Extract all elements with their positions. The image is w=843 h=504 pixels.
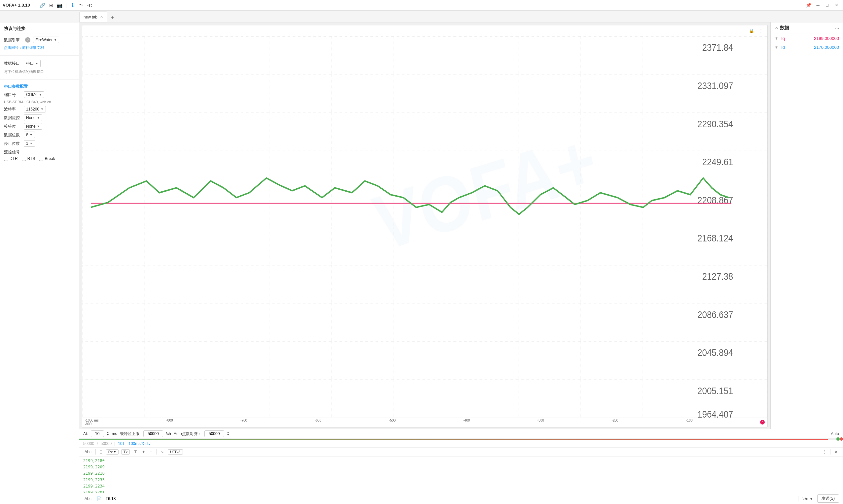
- rx-chevron-icon: ▼: [113, 450, 116, 453]
- x-label-9: 0: [760, 418, 765, 426]
- window-controls: 📌 ─ □ ✕: [805, 1, 840, 9]
- chart-toolbar: 🔒 ⋮: [82, 25, 768, 36]
- console-line-5: 2199,2201: [83, 489, 839, 493]
- data-interface-select[interactable]: 串口 ▼: [24, 60, 40, 67]
- baud-select[interactable]: 115200 ▼: [24, 106, 46, 112]
- buffer-input[interactable]: [143, 430, 163, 437]
- right-panel-header: 👁 数据 ···: [771, 22, 843, 34]
- rts-input[interactable]: [22, 157, 26, 161]
- data-bits-select[interactable]: 8 ▼: [24, 132, 35, 138]
- encoding-button[interactable]: UTF-8: [168, 449, 183, 454]
- break-input[interactable]: [39, 157, 43, 161]
- app-title: VOFA+ 1.3.10: [3, 3, 30, 7]
- back-icon[interactable]: ≪: [87, 2, 93, 8]
- count1: 50000: [83, 441, 94, 446]
- progress-dot-red: [840, 437, 843, 441]
- input-abc-label[interactable]: Abc: [83, 496, 93, 502]
- pipe: |: [114, 441, 115, 446]
- chart-area[interactable]: VOFA+ 2371.84 2331.097 2290.354 2249.61 …: [82, 36, 768, 418]
- dtr-input[interactable]: [4, 157, 8, 161]
- svg-text:2086.637: 2086.637: [698, 309, 733, 320]
- plus-button[interactable]: +: [141, 449, 146, 455]
- console-line-1: 2199,2209: [83, 464, 839, 470]
- flow-ctrl-checkboxes: DTR RTS Break: [4, 156, 75, 161]
- chart-menu-icon[interactable]: ⋮: [757, 27, 765, 35]
- sidebar-header: 协议与连接: [0, 22, 79, 34]
- data-interface-label: 数据接口: [4, 61, 24, 66]
- delta-t-stepper[interactable]: ▲ ▼: [107, 431, 109, 436]
- file-icon[interactable]: 📄: [96, 496, 103, 502]
- stop-bits-select[interactable]: 1 ▼: [24, 140, 35, 147]
- flow-value: None: [26, 115, 36, 120]
- abc-button[interactable]: Abc: [83, 449, 93, 455]
- flow-ctrl-label: 流控信号: [4, 149, 75, 155]
- lock-icon[interactable]: 🔒: [747, 27, 756, 35]
- data-engine-hint[interactable]: 点击问号：前往详细文档: [4, 45, 75, 50]
- stepper-down-icon[interactable]: ▼: [107, 434, 109, 436]
- tx-button[interactable]: Tx: [121, 449, 130, 454]
- maximize-button[interactable]: □: [823, 1, 831, 9]
- link-icon[interactable]: 🔗: [39, 2, 46, 8]
- cursor-icon[interactable]: ⌶: [98, 449, 103, 455]
- channel-id-value: 2170.000000: [814, 45, 839, 50]
- port-row: 端口号 COM6 ▼: [4, 91, 75, 98]
- main-tab[interactable]: new tab ✕: [79, 12, 107, 22]
- pin-button[interactable]: 📌: [805, 1, 813, 9]
- x-label-5: -400: [463, 418, 470, 426]
- right-panel-more-button[interactable]: ···: [835, 25, 839, 31]
- auto-button[interactable]: Auto: [831, 431, 839, 436]
- console-line-3: 2199,2233: [83, 477, 839, 483]
- port-select[interactable]: COM6 ▼: [24, 91, 44, 98]
- clear-button[interactable]: ✕: [833, 449, 839, 455]
- minimize-button[interactable]: ─: [814, 1, 822, 9]
- stop-bits-label: 停止位数: [4, 141, 24, 146]
- wave-icon[interactable]: ∿: [159, 449, 165, 455]
- data-engine-select[interactable]: FireWater ▼: [33, 37, 59, 43]
- delta-t-input[interactable]: [91, 430, 104, 437]
- minus-button[interactable]: −: [149, 449, 154, 455]
- sidebar: 协议与连接 数据引擎 ? FireWater ▼ 点击问号：前往详细文档 数据接…: [0, 22, 79, 504]
- align-icon[interactable]: ⊤: [133, 449, 138, 455]
- data-bits-label: 数据位数: [4, 132, 24, 138]
- ms-label: ms: [112, 431, 117, 436]
- port-value: COM6: [26, 92, 38, 97]
- close-button[interactable]: ✕: [832, 1, 840, 9]
- send-input[interactable]: [106, 497, 796, 501]
- eye-iq-icon[interactable]: 👁: [775, 36, 779, 41]
- auto-align-input[interactable]: [204, 430, 224, 437]
- parity-row: 校验位 None ▼: [4, 123, 75, 130]
- x-label-0: -1000 ms-900: [85, 418, 99, 426]
- buffer-label: 缓冲区上限:: [120, 431, 141, 437]
- console-output[interactable]: 2199,2180 2199,2209 2199,2210 2199,2233 …: [79, 456, 843, 493]
- data-interface-row: 数据接口 串口 ▼: [4, 60, 75, 67]
- console-toolbar: Abc ⌶ Rx ▼ Tx ⊤ + − ∿ UTF-8 ⋮ ✕: [79, 448, 843, 456]
- eye-id-icon[interactable]: 👁: [775, 45, 779, 50]
- grid-icon[interactable]: ⊞: [48, 2, 54, 8]
- camera-icon[interactable]: 📷: [56, 2, 63, 8]
- delta-t-label: Δt:: [83, 431, 88, 436]
- data-bits-chevron-icon: ▼: [30, 133, 33, 137]
- auto-align-stepper[interactable]: ▲ ▼: [227, 431, 229, 436]
- rts-checkbox[interactable]: RTS: [22, 156, 35, 161]
- x-label-2: -700: [240, 418, 247, 426]
- send-button[interactable]: 发送(S): [817, 494, 839, 503]
- help-button[interactable]: ?: [25, 37, 30, 42]
- dtr-checkbox[interactable]: DTR: [4, 156, 18, 161]
- tab-close-button[interactable]: ✕: [100, 15, 103, 19]
- right-panel-title: 数据: [780, 25, 789, 31]
- auto-align-down-icon[interactable]: ▼: [227, 434, 229, 436]
- encoding-select[interactable]: \r\n ▼: [801, 496, 814, 502]
- rx-dropdown[interactable]: Rx ▼: [106, 449, 119, 454]
- parity-select[interactable]: None ▼: [24, 123, 42, 130]
- data-interface-value: 串口: [26, 61, 34, 66]
- wave-icon[interactable]: 〜: [78, 2, 85, 8]
- info-icon[interactable]: ℹ: [69, 2, 76, 8]
- channel-id-label: Id: [781, 45, 785, 50]
- baud-value: 115200: [26, 107, 39, 111]
- data-engine-row: 数据引擎 ? FireWater ▼: [4, 37, 75, 43]
- flow-select[interactable]: None ▼: [24, 114, 42, 121]
- more-button[interactable]: ⋮: [821, 449, 827, 455]
- break-checkbox[interactable]: Break: [39, 156, 55, 161]
- data-engine-value: FireWater: [35, 38, 52, 42]
- add-tab-button[interactable]: +: [108, 13, 117, 22]
